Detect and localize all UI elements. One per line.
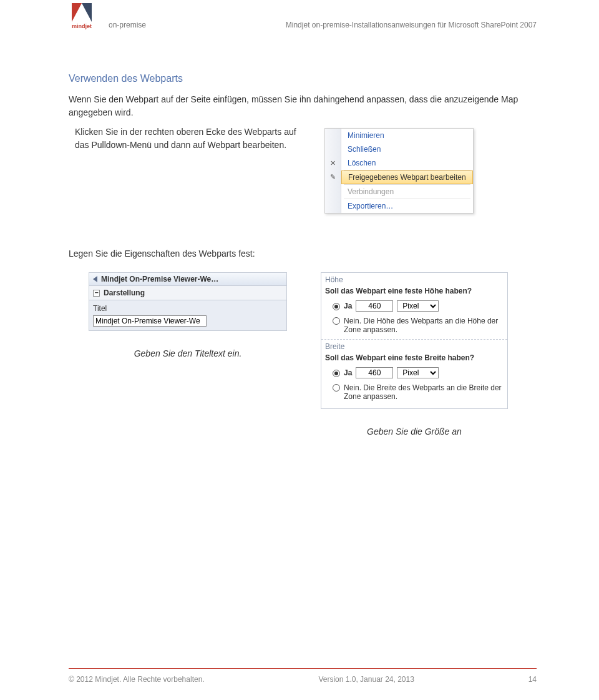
appearance-panel: Mindjet On-Premise Viewer-We… − Darstell… [89,272,287,331]
menu-item-minimize[interactable]: Minimieren [341,129,473,142]
appearance-panel-title: Mindjet On-Premise Viewer-We… [101,275,218,283]
height-group-label: Höhe [321,273,507,285]
footer-copyright: © 2012 Mindjet. Alle Rechte vorbehalten. [69,675,205,684]
brand-word: mindjet [72,23,92,29]
size-panel-caption: Geben Sie die Größe an [321,426,508,436]
edit-icon: ✎ [325,170,341,184]
footer-version: Version 1.0, Januar 24, 2013 [318,675,414,684]
header-right-text: Mindjet on-premise-Installationsanweisun… [286,21,537,29]
title-field-label: Titel [93,304,283,313]
context-menu-gutter: ✕ ✎ [325,129,341,213]
footer-page-number: 14 [528,675,537,684]
collapse-toggle-icon: − [93,290,100,297]
height-radio-no[interactable] [333,317,340,325]
height-question: Soll das Webpart eine feste Höhe haben? [321,285,507,299]
width-question: Soll das Webpart eine feste Breite haben… [321,352,507,366]
page-header: mindjet on-premise Mindjet on-premise-In… [69,3,537,29]
menu-item-delete[interactable]: Löschen [341,156,473,170]
height-yes-label: Ja [344,302,352,310]
appearance-group-header[interactable]: − Darstellung [89,286,286,300]
menu-item-close[interactable]: Schließen [341,142,473,156]
header-left-text: on-premise [109,21,146,29]
section-title: Verwenden des Webparts [69,73,537,84]
height-radio-yes[interactable] [333,303,340,310]
width-unit-select[interactable]: Pixel [397,367,439,378]
appearance-panel-header[interactable]: Mindjet On-Premise Viewer-We… [89,273,286,286]
title-panel-caption: Geben Sie den Titeltext ein. [89,348,287,358]
webpart-context-menu: ✕ ✎ Minimieren Schließen Löschen Freigeg… [324,128,474,214]
properties-intro-text: Legen Sie die Eigenschaften des Webparts… [69,249,537,259]
delete-icon: ✕ [325,156,341,170]
menu-item-export[interactable]: Exportieren… [341,199,473,213]
size-panel: Höhe Soll das Webpart eine feste Höhe ha… [321,272,508,409]
collapse-left-icon [93,276,97,282]
width-group-label: Breite [321,339,507,352]
menu-item-edit-shared-webpart[interactable]: Freigegebenes Webpart bearbeiten [341,170,473,184]
width-no-label: Nein. Die Breite des Webparts an die Bre… [344,383,504,401]
section-paragraph-1: Wenn Sie den Webpart auf der Seite einfü… [69,93,537,119]
height-value-input[interactable] [356,300,393,312]
section-paragraph-2: Klicken Sie in der rechten oberen Ecke d… [75,126,300,152]
menu-item-connections[interactable]: Verbindungen [341,185,473,199]
width-radio-yes[interactable] [333,370,340,377]
page-footer: © 2012 Mindjet. Alle Rechte vorbehalten.… [69,668,537,684]
mindjet-logo-icon [72,3,92,22]
title-input[interactable] [93,315,207,327]
appearance-group-label: Darstellung [104,288,145,297]
brand-logo: mindjet [69,3,95,29]
width-yes-label: Ja [344,368,352,377]
width-value-input[interactable] [356,367,393,378]
height-no-label: Nein. Die Höhe des Webparts an die Höhe … [344,317,504,334]
width-radio-no[interactable] [333,384,340,392]
height-unit-select[interactable]: Pixel [397,300,439,312]
